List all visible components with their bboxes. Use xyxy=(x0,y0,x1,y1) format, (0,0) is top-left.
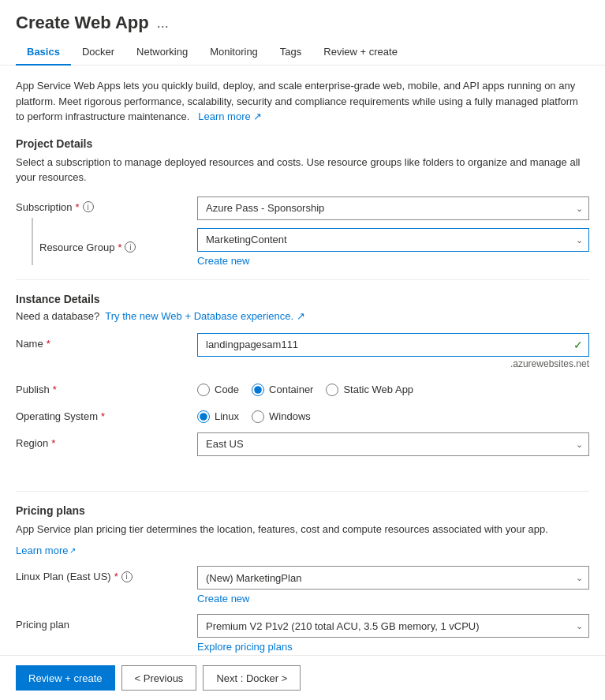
subscription-dropdown[interactable]: Azure Pass - Sponsorship ⌄ xyxy=(197,197,589,220)
name-input-wrapper: ✓ xyxy=(197,333,589,357)
pricing-learn-more-link[interactable]: Learn more ↗ xyxy=(16,545,76,556)
name-check-icon: ✓ xyxy=(573,339,583,351)
previous-button[interactable]: < Previous xyxy=(121,665,197,691)
linux-plan-dropdown[interactable]: (New) MarketingPlan ⌄ xyxy=(197,566,589,590)
bracket-line xyxy=(32,218,33,265)
pricing-plan-dropdown[interactable]: Premium V2 P1v2 (210 total ACU, 3.5 GB m… xyxy=(197,614,589,638)
subscription-required: * xyxy=(76,201,80,213)
publish-radio-group: Code Container Static Web App xyxy=(197,379,589,396)
os-row: Operating System * Linux Windows xyxy=(16,406,589,423)
linux-plan-create-new-link[interactable]: Create new xyxy=(197,593,249,605)
database-link[interactable]: Try the new Web + Database experience. ↗ xyxy=(103,310,305,322)
region-label: Region * xyxy=(16,432,197,449)
resource-group-dropdown[interactable]: MarketingContent ⌄ xyxy=(197,228,589,252)
name-label: Name * xyxy=(16,333,197,350)
main-content: App Service Web Apps lets you quickly bu… xyxy=(0,66,605,655)
name-required: * xyxy=(47,338,50,350)
region-required: * xyxy=(51,437,55,449)
region-select[interactable]: East US xyxy=(197,432,589,456)
name-row: Name * ✓ .azurewebsites.net xyxy=(16,333,589,369)
publish-staticwebapp-option[interactable]: Static Web App xyxy=(326,384,413,396)
publish-label: Publish * xyxy=(16,379,197,395)
app-description: App Service Web Apps lets you quickly bu… xyxy=(16,78,589,125)
tab-docker[interactable]: Docker xyxy=(71,39,125,66)
page-title: Create Web App xyxy=(16,13,149,33)
resource-group-label: Resource Group xyxy=(39,241,114,253)
section-divider-2 xyxy=(16,491,589,492)
pricing-plan-dropdown-container: Premium V2 P1v2 (210 total ACU, 3.5 GB m… xyxy=(197,614,589,653)
publish-code-radio[interactable] xyxy=(197,384,210,396)
pricing-desc: App Service plan pricing tier determines… xyxy=(16,522,589,537)
tabs-bar: Basics Docker Networking Monitoring Tags… xyxy=(0,39,605,66)
linux-plan-required: * xyxy=(114,571,118,582)
region-dropdown[interactable]: East US ⌄ xyxy=(197,432,589,456)
tab-tags[interactable]: Tags xyxy=(269,39,312,66)
os-label: Operating System * xyxy=(16,406,197,422)
explore-pricing-link[interactable]: Explore pricing plans xyxy=(197,641,293,653)
tab-networking[interactable]: Networking xyxy=(125,39,199,66)
name-field-container: ✓ .azurewebsites.net xyxy=(197,333,589,369)
publish-row: Publish * Code Container Static Web App xyxy=(16,379,589,396)
publish-staticwebapp-label: Static Web App xyxy=(343,384,413,395)
linux-plan-select[interactable]: (New) MarketingPlan xyxy=(197,566,589,590)
tab-review-create[interactable]: Review + create xyxy=(312,39,409,66)
linux-plan-row: Linux Plan (East US) * i (New) Marketing… xyxy=(16,566,589,605)
linux-plan-info-icon[interactable]: i xyxy=(121,571,133,582)
region-dropdown-container: East US ⌄ xyxy=(197,432,589,456)
database-text: Need a database? Try the new Web + Datab… xyxy=(16,310,589,322)
header-ellipsis[interactable]: ... xyxy=(157,15,169,32)
publish-code-label: Code xyxy=(215,384,239,395)
os-radio-group: Linux Windows xyxy=(197,406,589,423)
os-linux-option[interactable]: Linux xyxy=(197,410,239,423)
os-options: Linux Windows xyxy=(197,406,589,423)
publish-code-option[interactable]: Code xyxy=(197,384,239,396)
os-linux-label: Linux xyxy=(215,410,239,422)
publish-container-label: Container xyxy=(269,384,313,395)
os-windows-option[interactable]: Windows xyxy=(252,410,311,423)
footer: Review + create < Previous Next : Docker… xyxy=(0,655,605,700)
linux-plan-dropdown-container: (New) MarketingPlan ⌄ Create new xyxy=(197,566,589,605)
linux-plan-label: Linux Plan (East US) * i xyxy=(16,566,197,582)
tab-monitoring[interactable]: Monitoring xyxy=(199,39,269,66)
publish-container-option[interactable]: Container xyxy=(252,384,313,396)
rg-create-new-link[interactable]: Create new xyxy=(197,255,249,267)
pricing-plan-row: Pricing plan Premium V2 P1v2 (210 total … xyxy=(16,614,589,653)
rg-info-icon[interactable]: i xyxy=(125,241,136,253)
publish-container-radio[interactable] xyxy=(252,384,264,396)
subscription-info-icon[interactable]: i xyxy=(83,201,94,212)
os-linux-radio[interactable] xyxy=(197,410,210,423)
learn-more-link[interactable]: Learn more ↗ xyxy=(196,110,263,122)
spacer xyxy=(16,466,589,478)
rg-required: * xyxy=(118,241,121,253)
subscription-select[interactable]: Azure Pass - Sponsorship xyxy=(197,197,589,220)
review-create-button[interactable]: Review + create xyxy=(16,665,115,691)
next-button[interactable]: Next : Docker > xyxy=(203,665,301,691)
os-windows-radio[interactable] xyxy=(252,410,264,423)
publish-options: Code Container Static Web App xyxy=(197,379,589,396)
tab-basics[interactable]: Basics xyxy=(16,39,71,66)
publish-required: * xyxy=(53,384,57,395)
instance-details-title: Instance Details xyxy=(16,293,589,305)
pricing-title: Pricing plans xyxy=(16,504,589,517)
pricing-plan-label: Pricing plan xyxy=(16,614,197,631)
section-divider-1 xyxy=(16,279,589,280)
project-details-desc: Select a subscription to manage deployed… xyxy=(16,155,589,185)
resource-group-select[interactable]: MarketingContent xyxy=(197,228,589,252)
subscription-label: Subscription xyxy=(16,201,73,213)
name-input[interactable] xyxy=(197,333,589,357)
os-required: * xyxy=(101,410,105,422)
pricing-section: Pricing plans App Service plan pricing t… xyxy=(16,504,589,653)
region-row: Region * East US ⌄ xyxy=(16,432,589,456)
os-windows-label: Windows xyxy=(269,410,311,422)
learn-more-ext-icon: ↗ xyxy=(69,546,76,555)
pricing-plan-select[interactable]: Premium V2 P1v2 (210 total ACU, 3.5 GB m… xyxy=(197,614,589,638)
publish-staticwebapp-radio[interactable] xyxy=(326,384,338,396)
azurewebsites-suffix: .azurewebsites.net xyxy=(197,358,589,369)
project-details-title: Project Details xyxy=(16,137,589,150)
